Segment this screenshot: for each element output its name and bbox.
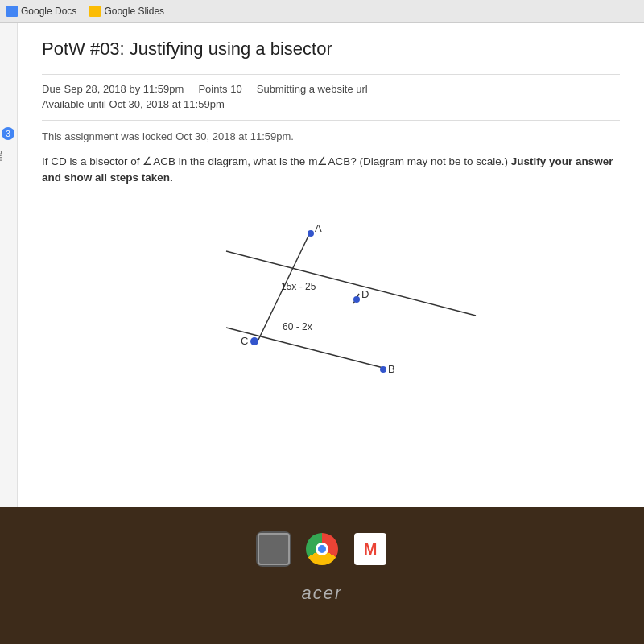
page-title: PotW #03: Justifying using a bisector — [42, 39, 620, 60]
points-value: 10 — [230, 83, 242, 95]
square-icon — [258, 533, 290, 565]
svg-text:A: A — [315, 222, 322, 234]
main-content: 3 nts PotW #03: Justifying using a bisec… — [0, 23, 644, 507]
top-bar: Google Docs Google Slides — [0, 0, 644, 23]
tab-slides-label: Google Slides — [104, 6, 164, 17]
taskbar: M acer — [0, 507, 644, 644]
due-label: Due — [42, 83, 61, 95]
svg-line-0 — [226, 251, 476, 316]
sidebar-label: nts — [0, 151, 3, 161]
tab-docs-label: Google Docs — [21, 6, 76, 17]
diagram-container: A D C B 15x - 25 60 - 2x — [42, 203, 620, 412]
svg-line-2 — [226, 328, 383, 368]
left-sidebar: 3 nts — [0, 23, 18, 507]
locked-text: This assignment was locked Oct 30, 2018 … — [42, 130, 620, 142]
divider-2 — [42, 120, 620, 121]
points-label: Points — [198, 83, 227, 95]
submitting-label: Submitting — [257, 83, 306, 95]
svg-text:C: C — [241, 335, 248, 347]
acer-logo: acer — [302, 583, 343, 604]
chrome-icon — [306, 533, 338, 565]
svg-text:D: D — [361, 288, 369, 300]
submitting-value: a website url — [309, 83, 368, 95]
svg-text:60 - 2x: 60 - 2x — [283, 321, 312, 332]
due-value: Sep 28, 2018 by 11:59pm — [64, 83, 184, 95]
meta-line-1: Due Sep 28, 2018 by 11:59pm Points 10 Su… — [42, 83, 620, 95]
divider-1 — [42, 74, 620, 75]
svg-point-4 — [308, 230, 314, 237]
meta-line-2: Available until Oct 30, 2018 at 11:59pm — [42, 98, 620, 110]
available-label: Available — [42, 98, 85, 110]
docs-icon — [6, 6, 18, 17]
taskbar-icons: M — [256, 531, 388, 567]
sidebar-badge: 3 — [2, 127, 14, 140]
svg-point-10 — [380, 366, 386, 373]
svg-text:15x - 25: 15x - 25 — [281, 281, 316, 292]
available-value: until Oct 30, 2018 at 11:59pm — [87, 98, 225, 110]
svg-text:B: B — [388, 363, 395, 375]
chrome-inner-circle — [316, 543, 328, 555]
svg-point-6 — [353, 296, 360, 303]
svg-point-8 — [250, 337, 258, 345]
gmail-taskbar-icon[interactable]: M — [353, 531, 388, 567]
problem-text: If CD is a bisector of ∠ACB in the diagr… — [42, 154, 620, 187]
tab-google-docs[interactable]: Google Docs — [6, 6, 76, 17]
slides-icon — [89, 6, 101, 17]
diagram-svg: A D C B 15x - 25 60 - 2x — [178, 203, 484, 412]
square-taskbar-icon[interactable] — [256, 531, 291, 567]
chrome-taskbar-icon[interactable] — [304, 531, 340, 567]
problem-text-1: If CD is a bisector of ∠ACB in the diagr… — [42, 155, 511, 167]
content-area: PotW #03: Justifying using a bisector Du… — [18, 23, 644, 507]
gmail-icon: M — [354, 533, 386, 565]
tab-google-slides[interactable]: Google Slides — [89, 6, 164, 17]
